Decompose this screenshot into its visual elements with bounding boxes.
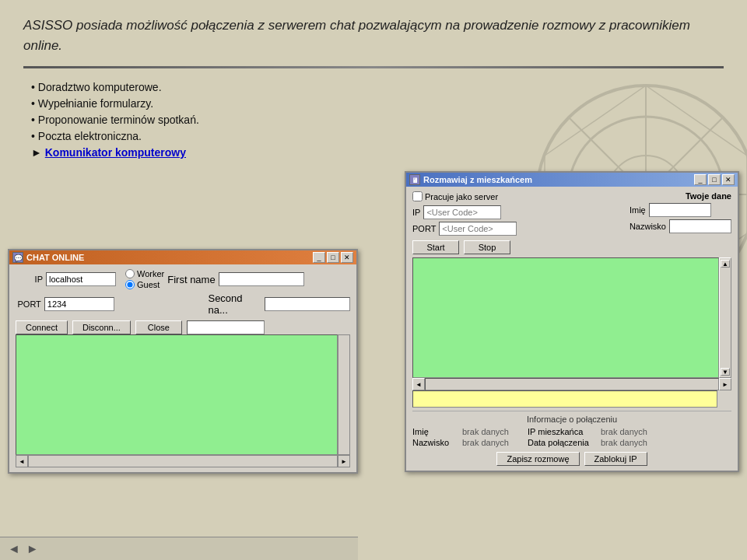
list-item-poczta: Poczta elektroniczna.: [31, 130, 724, 142]
roz-ip-input[interactable]: [423, 205, 501, 219]
list-item-komunikator[interactable]: Komunikator komputerowy: [31, 146, 724, 159]
chat-worker-radio[interactable]: [125, 269, 135, 278]
chat-guest-radio[interactable]: [125, 280, 135, 289]
chat-worker-radio-item[interactable]: Worker: [125, 269, 164, 278]
roz-data-label: Data połączenia: [528, 438, 598, 447]
roz-hscroll: ◄ ►: [412, 378, 731, 390]
roz-hscroll-track[interactable]: [425, 378, 719, 390]
chat-port-input[interactable]: [44, 297, 114, 311]
chat-firstname-input[interactable]: [219, 272, 304, 286]
chat-guest-label: Guest: [137, 280, 160, 289]
list-item-wypelnianie: Wypełnianie formularzy.: [31, 97, 724, 110]
chat-hscroll: ◄ ►: [16, 455, 350, 467]
bullet-list: Doradztwo komputerowe. Wypełnianie formu…: [31, 81, 724, 159]
chat-firstname-label: First name: [167, 274, 215, 285]
roz-startstop-row: Start Stop: [412, 240, 731, 254]
main-content: ASISSO posiada możliwość połączenia z se…: [0, 0, 747, 174]
chat-hscroll-left[interactable]: ◄: [16, 455, 28, 467]
chat-dialog-title: CHAT ONLINE: [26, 253, 84, 262]
divider: [23, 66, 724, 68]
roz-minimize-btn[interactable]: _: [694, 174, 707, 185]
roz-titlebar[interactable]: 🖥 Rozmawiaj z mieszkańcem _ □ ✕: [406, 173, 738, 187]
chat-green-area: [16, 334, 338, 455]
chat-guest-radio-item[interactable]: Guest: [125, 280, 164, 289]
roz-imie-input[interactable]: [649, 203, 711, 217]
roz-ip-mieszkanca-label: IP mieszkańca: [528, 427, 598, 436]
roz-vscroll[interactable]: ▲ ▼: [719, 257, 731, 378]
chat-btn-row: Connect Disconn... Close: [16, 320, 350, 334]
chat-disconnect-btn[interactable]: Disconn...: [72, 320, 131, 334]
chat-dialog: 💬 CHAT ONLINE _ □ ✕ IP Worker Guest: [8, 249, 358, 474]
roz-port-label: PORT: [412, 224, 436, 233]
roz-imie-row: Imię: [630, 203, 731, 217]
chat-ip-input[interactable]: [46, 272, 116, 286]
chat-extra-input[interactable]: [187, 320, 265, 334]
roz-start-btn[interactable]: Start: [412, 240, 459, 254]
chat-text-area-wrapper: [16, 334, 350, 455]
chat-close-btn[interactable]: ✕: [341, 252, 353, 263]
chat-close-btn2[interactable]: Close: [135, 320, 182, 334]
nav-next-btn[interactable]: ►: [26, 542, 39, 556]
roz-info-section: Informacje o połączeniu Imię brak danych…: [412, 411, 731, 447]
chat-maximize-btn[interactable]: □: [327, 252, 339, 263]
roz-ip-label: IP: [412, 208, 420, 217]
chat-secondname-input[interactable]: [265, 297, 350, 311]
roz-stop-btn[interactable]: Stop: [464, 240, 510, 254]
roz-ip-row: IP: [412, 205, 517, 219]
roz-yellow-input[interactable]: [412, 390, 717, 408]
rozmawiaj-dialog: 🖥 Rozmawiaj z mieszkańcem _ □ ✕ Pracuje …: [405, 171, 739, 472]
roz-hscroll-right[interactable]: ►: [719, 378, 731, 390]
roz-maximize-btn[interactable]: □: [708, 174, 721, 185]
roz-port-input[interactable]: [439, 222, 517, 236]
roz-left-section: Pracuje jako server IP PORT: [412, 191, 517, 236]
roz-nazwisko-input[interactable]: [669, 219, 731, 233]
roz-imie-label: Imię: [630, 205, 646, 215]
roz-port-row: PORT: [412, 222, 517, 236]
intro-text: ASISSO posiada możliwość połączenia z se…: [23, 16, 724, 55]
chat-connect-btn[interactable]: Connect: [16, 320, 68, 334]
roz-top-section: Pracuje jako server IP PORT Twoje dane I…: [412, 191, 731, 236]
roz-ip-mieszkanca-value: brak danych: [601, 427, 663, 436]
chat-ip-row: IP Worker Guest First name: [16, 269, 350, 289]
chat-port-row: PORT Second na...: [16, 292, 350, 316]
roz-info-title: Informacje o połączeniu: [412, 415, 731, 424]
roz-text-box: [412, 257, 719, 378]
chat-hscroll-right[interactable]: ►: [338, 455, 350, 467]
roz-server-checkbox[interactable]: [412, 191, 423, 201]
roz-window-controls: _ □ ✕: [694, 174, 735, 185]
chat-vscroll[interactable]: [338, 334, 350, 455]
chat-minimize-btn[interactable]: _: [313, 252, 325, 263]
roz-right-section: Twoje dane Imię Nazwisko: [630, 191, 731, 233]
chat-role-group: Worker Guest: [125, 269, 164, 289]
roz-close-btn[interactable]: ✕: [722, 174, 735, 185]
roz-nazwisko2-value: brak danych: [462, 438, 524, 447]
chat-worker-label: Worker: [137, 269, 164, 278]
roz-server-checkbox-row: Pracuje jako server: [412, 191, 517, 201]
roz-bottom-btn-row: Zapisz rozmowę Zablokuj IP: [412, 452, 731, 466]
roz-zapisz-btn[interactable]: Zapisz rozmowę: [496, 452, 579, 466]
roz-server-label: Pracuje jako server: [425, 192, 498, 201]
roz-dialog-icon: 🖥: [409, 174, 420, 185]
list-item-doradztwo: Doradztwo komputerowe.: [31, 81, 724, 93]
roz-main-area: ▲ ▼: [412, 257, 731, 378]
chat-window-controls: _ □ ✕: [313, 252, 353, 263]
roz-nazwisko-label: Nazwisko: [630, 222, 666, 231]
roz-twoje-dane-label: Twoje dane: [630, 191, 731, 201]
nav-prev-btn[interactable]: ◄: [8, 542, 20, 556]
chat-titlebar[interactable]: 💬 CHAT ONLINE _ □ ✕: [9, 250, 356, 264]
roz-dialog-title: Rozmawiaj z mieszkańcem: [423, 175, 532, 184]
chat-hscroll-track[interactable]: [28, 455, 338, 467]
roz-scroll-up-btn[interactable]: ▲: [721, 260, 730, 268]
roz-imie2-value: brak danych: [462, 427, 524, 436]
roz-zablokuj-btn[interactable]: Zablokuj IP: [584, 452, 647, 466]
chat-ip-label: IP: [16, 275, 43, 284]
chat-port-label: PORT: [16, 299, 41, 309]
roz-nazwisko-row: Nazwisko: [630, 219, 731, 233]
roz-nazwisko2-label: Nazwisko: [412, 438, 459, 447]
roz-imie2-label: Imię: [412, 427, 459, 436]
roz-scroll-down-btn[interactable]: ▼: [721, 368, 730, 376]
chat-body: IP Worker Guest First name PORT Second n…: [9, 264, 356, 472]
roz-body: Pracuje jako server IP PORT Twoje dane I…: [406, 187, 738, 471]
roz-hscroll-left[interactable]: ◄: [412, 378, 425, 390]
chat-dialog-icon: 💬: [12, 252, 23, 263]
